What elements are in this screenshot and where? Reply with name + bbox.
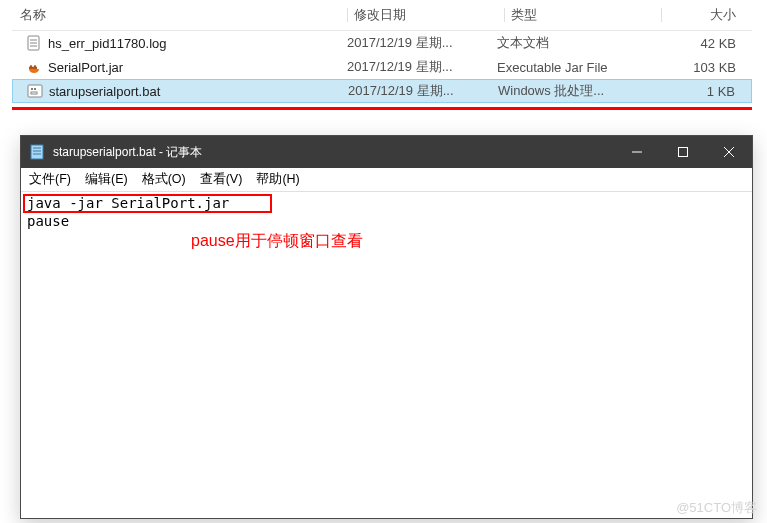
header-date[interactable]: 修改日期 [354,7,406,22]
close-button[interactable] [706,136,752,168]
file-type: Windows 批处理... [498,82,648,100]
editor-line: java -jar SerialPort.jar [25,194,748,212]
window-title: starupserialport.bat - 记事本 [53,144,614,161]
header-size[interactable]: 大小 [710,7,736,22]
file-date: 2017/12/19 星期... [347,34,497,52]
file-name: starupserialport.bat [49,84,160,99]
header-divider [661,8,662,22]
header-type[interactable]: 类型 [511,7,537,22]
bat-file-icon [27,83,43,99]
file-size: 42 KB [647,36,752,51]
svg-point-5 [31,88,33,90]
file-type: 文本文档 [497,34,647,52]
menu-help[interactable]: 帮助(H) [256,171,299,188]
header-divider [347,8,348,22]
menu-edit[interactable]: 编辑(E) [85,171,128,188]
menu-view[interactable]: 查看(V) [200,171,243,188]
menu-format[interactable]: 格式(O) [142,171,186,188]
window-titlebar[interactable]: starupserialport.bat - 记事本 [21,136,752,168]
svg-point-6 [34,88,36,90]
file-explorer-listing: 名称 修改日期 类型 大小 hs_err_pid11780.log 2017/1… [12,6,752,103]
window-controls [614,136,752,168]
notepad-window: starupserialport.bat - 记事本 文件(F) 编辑(E) 格… [20,135,753,519]
editor-line: pause [25,212,748,230]
menu-file[interactable]: 文件(F) [29,171,71,188]
notepad-menubar: 文件(F) 编辑(E) 格式(O) 查看(V) 帮助(H) [21,168,752,192]
header-name[interactable]: 名称 [20,7,46,22]
file-size: 103 KB [647,60,752,75]
svg-rect-8 [31,145,43,159]
header-divider [504,8,505,22]
file-type: Executable Jar File [497,60,647,75]
text-file-icon [26,35,42,51]
file-name: SerialPort.jar [48,60,123,75]
file-date: 2017/12/19 星期... [348,82,498,100]
svg-rect-13 [679,148,688,157]
svg-rect-7 [31,92,37,94]
column-headers-row: 名称 修改日期 类型 大小 [12,6,752,31]
jar-file-icon [26,59,42,75]
file-size: 1 KB [648,84,751,99]
maximize-button[interactable] [660,136,706,168]
file-name: hs_err_pid11780.log [48,36,167,51]
minimize-button[interactable] [614,136,660,168]
annotation-red-underline [12,107,752,110]
file-row[interactable]: SerialPort.jar 2017/12/19 星期... Executab… [12,55,752,79]
file-row[interactable]: hs_err_pid11780.log 2017/12/19 星期... 文本文… [12,31,752,55]
file-row-selected[interactable]: starupserialport.bat 2017/12/19 星期... Wi… [12,79,752,103]
file-date: 2017/12/19 星期... [347,58,497,76]
annotation-text: pause用于停顿窗口查看 [191,232,363,250]
svg-rect-4 [28,85,42,97]
notepad-editor-area[interactable]: java -jar SerialPort.jar pause pause用于停顿… [21,192,752,518]
notepad-app-icon [29,144,45,160]
